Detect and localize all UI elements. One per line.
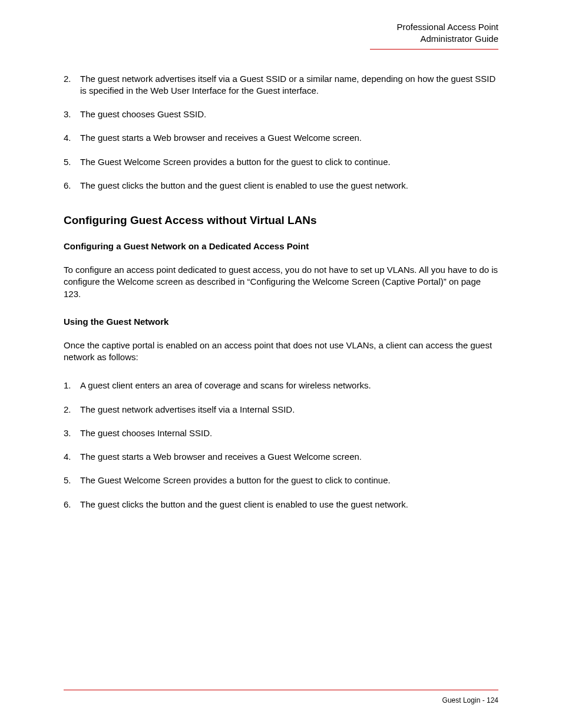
list-item: 6.The guest clicks the button and the gu… xyxy=(64,180,498,192)
list-text: The Guest Welcome Screen provides a butt… xyxy=(80,156,498,168)
list-item: 2.The guest network advertises itself vi… xyxy=(64,73,498,97)
subsection-heading-2: Using the Guest Network xyxy=(64,317,498,327)
list-text: The guest network advertises itself via … xyxy=(80,73,498,97)
list-number: 6. xyxy=(64,180,80,192)
list-item: 3.The guest chooses Guest SSID. xyxy=(64,108,498,120)
numbered-list-2: 1.A guest client enters an area of cover… xyxy=(64,380,498,510)
list-item: 5.The Guest Welcome Screen provides a bu… xyxy=(64,475,498,486)
list-number: 2. xyxy=(64,404,80,416)
list-item: 4.The guest starts a Web browser and rec… xyxy=(64,451,498,463)
document-page: Professional Access Point Administrator … xyxy=(0,0,562,728)
list-item: 1.A guest client enters an area of cover… xyxy=(64,380,498,391)
list-item: 3.The guest chooses Internal SSID. xyxy=(64,427,498,439)
numbered-list-1: 2.The guest network advertises itself vi… xyxy=(64,73,498,192)
list-text: The guest network advertises itself via … xyxy=(80,404,498,416)
list-text: The guest chooses Guest SSID. xyxy=(80,108,498,120)
list-item: 6.The guest clicks the button and the gu… xyxy=(64,499,498,510)
list-text: The Guest Welcome Screen provides a butt… xyxy=(80,475,498,486)
page-footer: Guest Login - 124 xyxy=(64,690,498,704)
list-number: 3. xyxy=(64,427,80,439)
list-text: The guest clicks the button and the gues… xyxy=(80,180,498,192)
list-number: 5. xyxy=(64,156,80,168)
list-text: The guest starts a Web browser and recei… xyxy=(80,132,498,144)
list-number: 6. xyxy=(64,499,80,510)
list-number: 4. xyxy=(64,451,80,463)
list-item: 2.The guest network advertises itself vi… xyxy=(64,404,498,416)
list-number: 2. xyxy=(64,73,80,97)
list-number: 3. xyxy=(64,108,80,120)
header-line-2: Administrator Guide xyxy=(370,33,498,45)
list-number: 1. xyxy=(64,380,80,391)
list-text: A guest client enters an area of coverag… xyxy=(80,380,498,391)
section-heading: Configuring Guest Access without Virtual… xyxy=(64,214,498,227)
list-item: 4.The guest starts a Web browser and rec… xyxy=(64,132,498,144)
body-paragraph: Once the captive portal is enabled on an… xyxy=(64,340,498,364)
page-header: Professional Access Point Administrator … xyxy=(370,21,498,50)
list-text: The guest chooses Internal SSID. xyxy=(80,427,498,439)
list-text: The guest clicks the button and the gues… xyxy=(80,499,498,510)
list-text: The guest starts a Web browser and recei… xyxy=(80,451,498,463)
header-line-1: Professional Access Point xyxy=(370,21,498,33)
list-number: 5. xyxy=(64,475,80,486)
list-item: 5.The Guest Welcome Screen provides a bu… xyxy=(64,156,498,168)
footer-text: Guest Login - 124 xyxy=(442,696,498,704)
subsection-heading-1: Configuring a Guest Network on a Dedicat… xyxy=(64,241,498,251)
body-paragraph: To configure an access point dedicated t… xyxy=(64,264,498,300)
list-number: 4. xyxy=(64,132,80,144)
